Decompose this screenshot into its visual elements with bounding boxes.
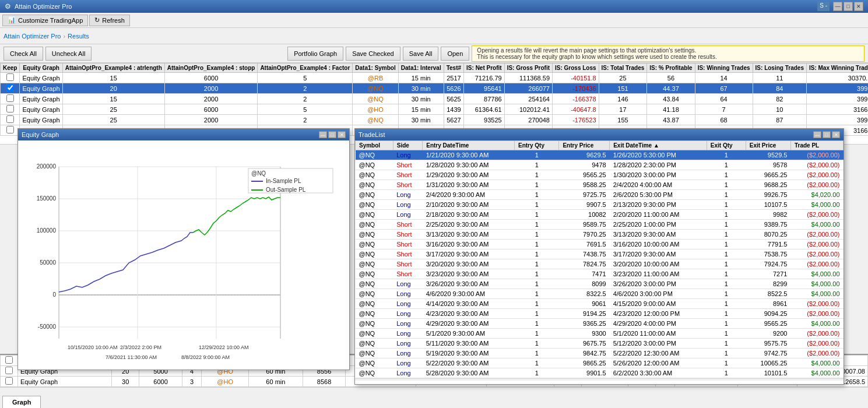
trade-exit-dt: 3/17/2020 9:30:00 AM [610, 249, 707, 259]
trade-exit-dt: 3/16/2020 10:00:00 AM [610, 240, 707, 249]
col-factor: AttainOptPro_Example4 : Factor [258, 64, 353, 73]
trade-title-bar[interactable]: TradeList — □ ✕ [355, 129, 844, 140]
cell-label: Equity Graph [18, 377, 112, 387]
cell-keep[interactable] [1, 73, 20, 83]
trade-maximize-button[interactable]: □ [823, 131, 831, 138]
trade-exit-price: 9200 [746, 329, 790, 339]
trade-side: Long [393, 200, 422, 210]
trade-row[interactable]: @NQ Short 3/13/2020 9:30:00 AM 1 7970.25… [356, 230, 844, 240]
trade-row[interactable]: @NQ Long 1/21/2020 9:30:00 AM 1 9629.5 1… [356, 150, 844, 160]
save-all-button[interactable]: Save All [403, 47, 439, 61]
trade-row[interactable]: @NQ Long 2/10/2020 9:30:00 AM 1 9907.5 2… [356, 200, 844, 210]
maximize-button[interactable]: □ [844, 2, 853, 11]
trade-side: Short [393, 230, 422, 240]
cell-pct: 44.37 [647, 83, 695, 94]
breadcrumb-item2[interactable]: Results [68, 33, 89, 40]
cell-keep[interactable] [1, 104, 20, 115]
trade-symbol: @NQ [356, 329, 393, 339]
trade-pl: ($2,000.00) [790, 349, 843, 358]
trade-exit-price: 9665.25 [746, 170, 790, 180]
table-row[interactable]: Equity Graph 15 2000 2 @NQ 30 min 5625 8… [1, 94, 869, 104]
cell-keep[interactable] [1, 366, 18, 377]
trade-row[interactable]: @NQ Short 1/28/2020 9:30:00 AM 1 9478 1/… [356, 160, 844, 170]
trade-row[interactable]: @NQ Long 5/11/2020 9:30:00 AM 1 9675.75 … [356, 339, 844, 349]
trade-row[interactable]: @NQ Long 2/18/2020 9:30:00 AM 1 10082 2/… [356, 210, 844, 220]
th-entry-price: Entry Price [559, 141, 610, 150]
graph-tab[interactable]: Graph [2, 396, 41, 408]
equity-graph-window: Equity Graph — □ ✕ 200000 150000 100000 … [17, 128, 350, 370]
trade-row[interactable]: @NQ Short 3/23/2020 9:30:00 AM 1 7471 3/… [356, 269, 844, 279]
cell-keep[interactable] [1, 115, 20, 125]
open-button[interactable]: Open [441, 47, 469, 61]
svg-text:200000: 200000 [37, 163, 57, 170]
trade-entry-dt: 3/17/2020 9:30:00 AM [423, 249, 515, 259]
trade-exit-price: 9578 [746, 160, 790, 170]
bottom-tab-bar: Graph [0, 387, 868, 408]
trade-exit-dt: 3/26/2020 3:00:00 PM [610, 279, 707, 289]
trade-row[interactable]: @NQ Long 4/29/2020 9:30:00 AM 1 9365.25 … [356, 319, 844, 329]
cell-keep[interactable] [1, 94, 20, 104]
trade-minimize-button[interactable]: — [813, 131, 821, 138]
col-stopp: AttainOptPro_Example4 : stopp [164, 64, 258, 73]
table-row[interactable]: Equity Graph 25 2000 2 @NQ 30 min 5627 9… [1, 115, 869, 125]
trade-row[interactable]: @NQ Long 5/19/2020 9:30:00 AM 1 9842.75 … [356, 349, 844, 358]
save-checked-button[interactable]: Save Checked [346, 47, 400, 61]
trade-row[interactable]: @NQ Long 4/6/2020 9:30:00 AM 1 8322.5 4/… [356, 289, 844, 299]
equity-minimize-button[interactable]: — [319, 131, 327, 138]
trade-exit-dt: 3/13/2020 9:30:00 AM [610, 230, 707, 240]
trade-table-wrapper[interactable]: Symbol Side Entry DateTime Entry Qty Ent… [355, 140, 844, 384]
trade-entry-dt: 2/25/2020 9:30:00 AM [423, 220, 515, 230]
trade-entry-qty: 1 [514, 249, 558, 259]
customize-trading-app-button[interactable]: 📊 Customize TradingApp [2, 15, 88, 26]
trade-entry-dt: 3/20/2020 9:30:00 AM [423, 259, 515, 269]
trade-row[interactable]: @NQ Short 3/16/2020 9:30:00 AM 1 7691.5 … [356, 240, 844, 249]
trade-exit-price: 7271 [746, 269, 790, 279]
trade-exit-dt: 5/22/2020 12:30:00 AM [610, 349, 707, 358]
trade-symbol: @NQ [356, 150, 393, 160]
equity-title-bar[interactable]: Equity Graph — □ ✕ [18, 129, 349, 140]
trade-row[interactable]: @NQ Long 5/28/2020 9:30:00 AM 1 9901.5 6… [356, 368, 844, 378]
trade-row[interactable]: @NQ Long 2/4/2020 9:30:00 AM 1 9725.75 2… [356, 190, 844, 200]
cell-keep[interactable] [1, 83, 20, 94]
cell-interval: 30 min [398, 94, 444, 104]
trade-exit-price: 7538.75 [746, 249, 790, 259]
trade-row[interactable]: @NQ Short 3/17/2020 9:30:00 AM 1 7438.75… [356, 249, 844, 259]
trade-exit-price: 9575.75 [746, 339, 790, 349]
close-button[interactable]: ✕ [854, 2, 863, 11]
table-row[interactable]: Equity Graph 20 2000 2 @NQ 30 min 5626 9… [1, 83, 869, 94]
trade-entry-dt: 2/10/2020 9:30:00 AM [423, 200, 515, 210]
trade-row[interactable]: @NQ Short 1/29/2020 9:30:00 AM 1 9565.25… [356, 170, 844, 180]
trade-row[interactable]: @NQ Short 3/20/2020 9:30:00 AM 1 7824.75… [356, 259, 844, 269]
minimize-button[interactable]: — [833, 2, 842, 11]
cell-keep[interactable] [1, 356, 18, 366]
title-bar-buttons: S - — □ ✕ [817, 2, 863, 11]
trade-symbol: @NQ [356, 289, 393, 299]
trade-row[interactable]: @NQ Long 4/23/2020 9:30:00 AM 1 9194.25 … [356, 309, 844, 319]
trade-row[interactable]: @NQ Short 2/25/2020 9:30:00 AM 1 9589.75… [356, 220, 844, 230]
cell-keep[interactable] [1, 377, 18, 387]
trade-exit-price: 10065.25 [746, 358, 790, 368]
breadcrumb-item1[interactable]: Attain Optimizer Pro [3, 33, 61, 40]
trade-side: Short [393, 170, 422, 180]
uncheck-all-button[interactable]: Uncheck All [45, 47, 92, 61]
svg-text:150000: 150000 [37, 195, 57, 202]
trade-row[interactable]: @NQ Long 3/26/2020 9:30:00 AM 1 8099 3/2… [356, 279, 844, 289]
equity-maximize-button[interactable]: □ [328, 131, 336, 138]
trade-row[interactable]: @NQ Long 5/1/2020 9:30:00 AM 1 9300 5/1/… [356, 329, 844, 339]
trade-entry-price: 9842.75 [559, 349, 610, 358]
cell-maxwin: 3991 [806, 115, 868, 125]
trade-row[interactable]: @NQ Short 1/31/2020 9:30:00 AM 1 9588.25… [356, 180, 844, 190]
trade-row[interactable]: @NQ Long 5/22/2020 9:30:00 AM 1 9865.25 … [356, 358, 844, 368]
equity-close-button[interactable]: ✕ [338, 131, 346, 138]
trade-exit-dt: 1/28/2020 2:30:00 PM [610, 160, 707, 170]
check-all-button[interactable]: Check All [3, 47, 43, 61]
cell-factor: 2 [258, 115, 353, 125]
trade-row[interactable]: @NQ Long 4/14/2020 9:30:00 AM 1 9061 4/1… [356, 299, 844, 309]
trade-close-button[interactable]: ✕ [832, 131, 840, 138]
cell-keep[interactable] [1, 125, 20, 136]
refresh-button[interactable]: ↻ Refresh [89, 15, 130, 26]
table-row[interactable]: Equity Graph 15 6000 5 @RB 15 min 2517 7… [1, 73, 869, 83]
portfolio-graph-button[interactable]: Portfolio Graph [287, 47, 343, 61]
table-row[interactable]: Equity Graph 25 6000 5 @HO 15 min 1439 6… [1, 104, 869, 115]
trade-exit-qty: 1 [707, 249, 746, 259]
